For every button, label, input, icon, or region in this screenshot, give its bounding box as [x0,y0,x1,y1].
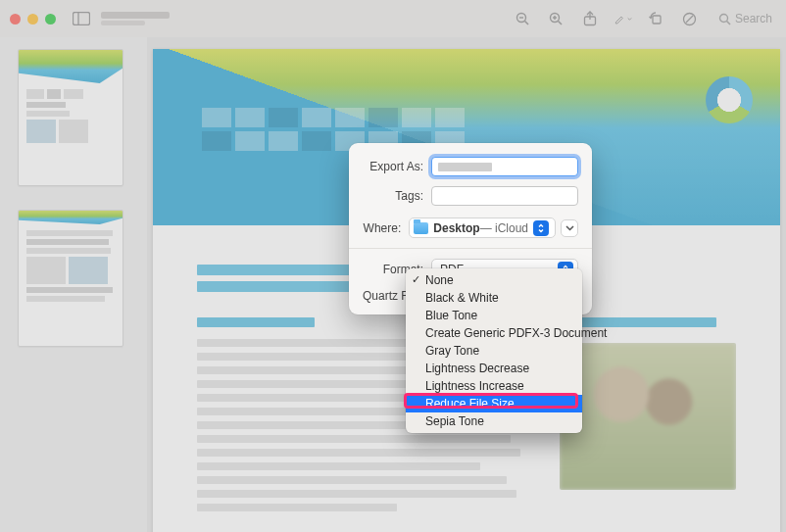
menu-item[interactable]: Reduce File Size [406,395,582,412]
menu-item[interactable]: ✓None [406,271,582,289]
annotate-button[interactable] [681,8,699,29]
svg-line-14 [726,21,730,24]
menu-item[interactable]: Gray Tone [406,342,582,360]
menu-item-label: Black & White [425,291,499,305]
page-thumbnail[interactable] [18,49,123,186]
sidebar-toggle-button[interactable] [70,8,93,29]
popup-stepper-icon [533,220,549,236]
menu-item-label: Lightness Increase [425,379,524,393]
export-as-label: Export As: [363,160,431,173]
chevron-down-icon [627,17,632,22]
inline-photo [560,343,736,490]
markup-button[interactable] [614,8,632,29]
document-title[interactable] [101,12,170,25]
search-placeholder: Search [735,12,772,25]
svg-point-13 [719,14,727,22]
toolbar-search[interactable]: Search [714,10,776,27]
menu-item-label: Sepia Tone [425,414,484,428]
window-titlebar: Search [0,0,786,37]
menu-item-label: Reduce File Size [425,397,515,411]
search-icon [718,13,731,25]
sheet-divider [349,248,592,249]
tags-field[interactable] [431,186,578,206]
menu-item-label: Create Generic PDFX-3 Document [425,326,607,340]
menu-item-label: None [425,273,454,287]
checkmark-icon: ✓ [412,273,420,286]
thumbnail-sidebar [0,37,147,532]
where-value-suffix: — iCloud [480,221,528,235]
rotate-button[interactable] [648,8,665,29]
zoom-out-button[interactable] [515,8,532,29]
where-label: Where: [363,221,409,235]
menu-item[interactable]: Lightness Decrease [406,360,582,377]
window-controls [10,14,56,24]
brand-logo-icon [706,76,753,123]
menu-item[interactable]: Blue Tone [406,307,582,324]
export-as-field[interactable] [431,157,578,176]
share-button[interactable] [581,8,599,29]
where-expand-button[interactable] [561,219,578,237]
zoom-window-button[interactable] [45,14,56,24]
menu-item[interactable]: Black & White [406,289,582,307]
where-value-main: Desktop [433,221,479,235]
chevron-down-icon [565,225,574,231]
menu-item-label: Gray Tone [425,344,479,358]
close-window-button[interactable] [10,14,21,24]
svg-rect-0 [74,13,90,25]
folder-icon [414,222,428,234]
menu-item[interactable]: Create Generic PDFX-3 Document [406,324,582,342]
page-thumbnail[interactable] [18,210,123,347]
svg-rect-11 [653,16,661,24]
where-popup[interactable]: Desktop — iCloud [409,218,556,238]
minimize-window-button[interactable] [27,14,38,24]
tags-label: Tags: [363,189,431,203]
menu-item-label: Blue Tone [425,309,477,322]
menu-item-label: Lightness Decrease [425,362,529,375]
quartz-filter-menu: ✓NoneBlack & WhiteBlue ToneCreate Generi… [406,268,582,433]
zoom-in-button[interactable] [548,8,565,29]
svg-line-6 [559,21,563,24]
menu-item[interactable]: Sepia Tone [406,412,582,430]
svg-line-3 [525,21,529,24]
menu-item[interactable]: Lightness Increase [406,377,582,395]
